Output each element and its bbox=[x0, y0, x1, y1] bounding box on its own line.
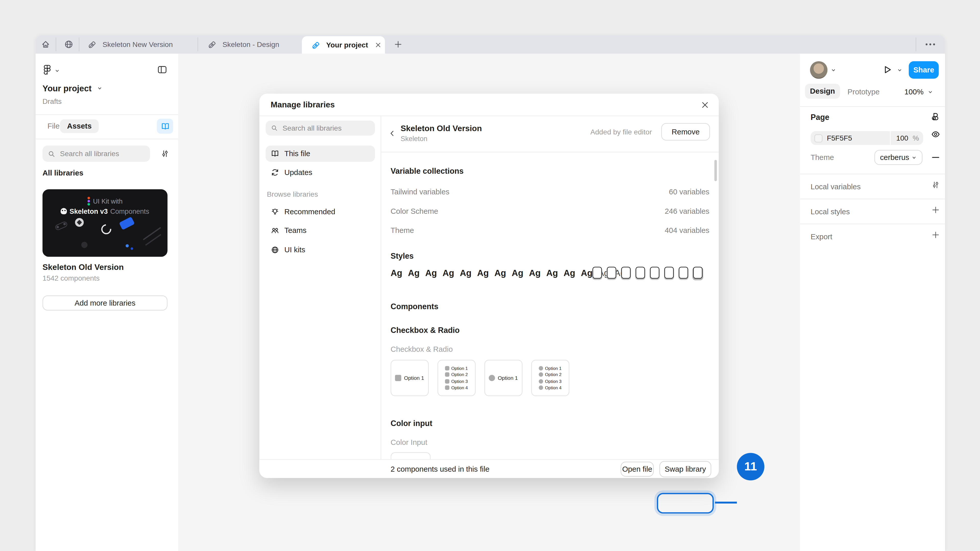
project-subtitle: Drafts bbox=[43, 97, 62, 105]
zoom-level: 100% bbox=[904, 87, 924, 96]
library-name: Skeleton Old Version bbox=[401, 124, 482, 133]
back-chevron-icon[interactable] bbox=[388, 129, 396, 138]
modal-search[interactable] bbox=[266, 121, 375, 136]
style-swatch[interactable] bbox=[664, 267, 674, 279]
tab-design[interactable]: Design bbox=[805, 84, 840, 99]
share-button[interactable]: Share bbox=[909, 61, 939, 79]
component-radio-single[interactable]: Option 1 bbox=[484, 360, 522, 396]
chevron-down-icon[interactable] bbox=[897, 67, 902, 73]
nav-recommended[interactable]: Recommended bbox=[266, 203, 375, 220]
text-style-sample[interactable]: Ag bbox=[494, 268, 506, 278]
checkbox-icon bbox=[445, 372, 449, 377]
local-variables-row[interactable]: Local variables bbox=[811, 183, 861, 191]
text-style-sample[interactable]: Ag bbox=[425, 268, 437, 278]
apply-theme-icon[interactable] bbox=[931, 112, 941, 122]
option-label: Option 3 bbox=[451, 379, 468, 383]
nav-teams[interactable]: Teams bbox=[266, 222, 375, 239]
radio-icon bbox=[539, 379, 543, 383]
text-style-sample[interactable]: Ag bbox=[581, 268, 593, 278]
new-tab-plus-icon[interactable] bbox=[394, 40, 402, 49]
dot-shape bbox=[126, 245, 129, 248]
nav-this-file[interactable]: This file bbox=[266, 146, 375, 162]
tab-assets[interactable]: Assets bbox=[60, 119, 99, 133]
library-panel-button[interactable] bbox=[157, 119, 173, 134]
variable-count: 60 variables bbox=[669, 187, 709, 196]
variable-row[interactable]: Tailwind variables 60 variables bbox=[391, 182, 710, 201]
swap-library-button[interactable]: Swap library bbox=[659, 461, 711, 477]
text-style-sample[interactable]: Ag bbox=[442, 268, 454, 278]
text-style-sample[interactable]: Ag bbox=[546, 268, 558, 278]
tab-prototype[interactable]: Prototype bbox=[848, 87, 880, 96]
style-swatch[interactable] bbox=[650, 267, 659, 279]
text-style-sample[interactable]: Ag bbox=[529, 268, 541, 278]
chevron-down-icon[interactable] bbox=[831, 67, 836, 73]
modal-search-input[interactable] bbox=[283, 124, 370, 132]
style-swatch[interactable] bbox=[621, 267, 631, 279]
text-style-sample[interactable]: Ag bbox=[563, 268, 575, 278]
style-swatch[interactable] bbox=[636, 267, 645, 279]
tab-your-project-active[interactable]: Your project bbox=[302, 36, 385, 54]
add-style-plus-icon[interactable] bbox=[931, 206, 940, 214]
toggle-shape bbox=[54, 221, 68, 231]
annotation-step-number: 11 bbox=[745, 460, 757, 473]
tab-file[interactable]: File bbox=[48, 122, 59, 130]
option-label: Option 1 bbox=[451, 366, 468, 370]
zoom-menu[interactable]: 100% bbox=[904, 87, 933, 96]
style-swatch[interactable] bbox=[693, 267, 703, 279]
scrollbar-thumb[interactable] bbox=[714, 160, 717, 181]
project-title: Your project bbox=[43, 84, 92, 93]
toggle-sidebar-icon[interactable] bbox=[157, 64, 168, 75]
usage-summary: 2 components used in this file bbox=[391, 465, 490, 473]
remove-button[interactable]: Remove bbox=[661, 123, 710, 141]
library-card[interactable]: UI Kit with Skeleton v3 Components bbox=[36, 189, 178, 345]
teams-people-icon bbox=[270, 226, 279, 235]
style-swatch[interactable] bbox=[679, 267, 688, 279]
home-icon[interactable] bbox=[41, 39, 51, 49]
text-style-sample[interactable]: Ag bbox=[477, 268, 489, 278]
add-export-plus-icon[interactable] bbox=[931, 230, 940, 239]
component-checkbox-group[interactable]: Option 1 Option 2 Option 3 bbox=[438, 360, 476, 396]
nav-ui-kits[interactable]: UI kits bbox=[266, 242, 375, 258]
screenshot-stage: Skeleton New Version Skeleton - Design Y… bbox=[0, 0, 980, 551]
sidebar-search[interactable] bbox=[43, 146, 150, 162]
open-file-button[interactable]: Open file bbox=[620, 462, 654, 477]
variable-row[interactable]: Theme 404 variables bbox=[391, 221, 710, 240]
variable-name: Color Scheme bbox=[391, 206, 438, 215]
community-globe-icon[interactable] bbox=[64, 39, 74, 49]
text-style-sample[interactable]: Ag bbox=[391, 268, 402, 278]
add-more-libraries-button[interactable]: Add more libraries bbox=[43, 295, 168, 310]
page-color-field[interactable]: F5F5F5 100 % bbox=[811, 131, 923, 145]
present-play-icon[interactable] bbox=[882, 64, 893, 75]
nav-updates[interactable]: Updates bbox=[266, 164, 375, 181]
export-row[interactable]: Export bbox=[811, 232, 832, 241]
tab-label: Skeleton New Version bbox=[103, 41, 173, 48]
visibility-eye-icon[interactable] bbox=[931, 129, 941, 139]
remove-minus-icon[interactable] bbox=[931, 152, 941, 162]
text-style-sample[interactable]: Ag bbox=[512, 268, 523, 278]
tab-skeleton-design[interactable]: Skeleton - Design bbox=[197, 35, 302, 54]
theme-select[interactable]: cerberus bbox=[874, 150, 923, 165]
local-styles-row[interactable]: Local styles bbox=[811, 207, 850, 216]
style-swatch[interactable] bbox=[607, 267, 616, 279]
avatar[interactable] bbox=[810, 61, 828, 79]
filter-sliders-icon[interactable] bbox=[161, 149, 169, 158]
chevron-down-icon[interactable] bbox=[54, 68, 60, 74]
more-options-icon[interactable] bbox=[925, 42, 935, 47]
component-checkbox-single[interactable]: Option 1 bbox=[391, 360, 429, 396]
color-hex-value[interactable]: F5F5F5 bbox=[827, 135, 852, 142]
text-style-sample[interactable]: Ag bbox=[408, 268, 420, 278]
variables-sliders-icon[interactable] bbox=[931, 181, 940, 189]
project-switcher[interactable]: Your project bbox=[43, 84, 102, 93]
figma-logo-icon[interactable] bbox=[43, 64, 52, 76]
sidebar-search-input[interactable] bbox=[60, 150, 145, 157]
close-tab-icon[interactable] bbox=[374, 41, 382, 49]
variable-row[interactable]: Color Scheme 246 variables bbox=[391, 201, 710, 221]
component-radio-group[interactable]: Option 1 Option 2 Option 3 bbox=[531, 360, 570, 396]
style-swatch[interactable] bbox=[593, 267, 602, 279]
tab-skeleton-new-version[interactable]: Skeleton New Version bbox=[79, 35, 197, 54]
color-swatch[interactable] bbox=[815, 134, 822, 142]
opacity-value[interactable]: 100 bbox=[896, 135, 908, 142]
close-modal-icon[interactable] bbox=[700, 100, 709, 109]
text-style-sample[interactable]: Ag bbox=[460, 268, 472, 278]
dot-shape bbox=[130, 248, 133, 250]
